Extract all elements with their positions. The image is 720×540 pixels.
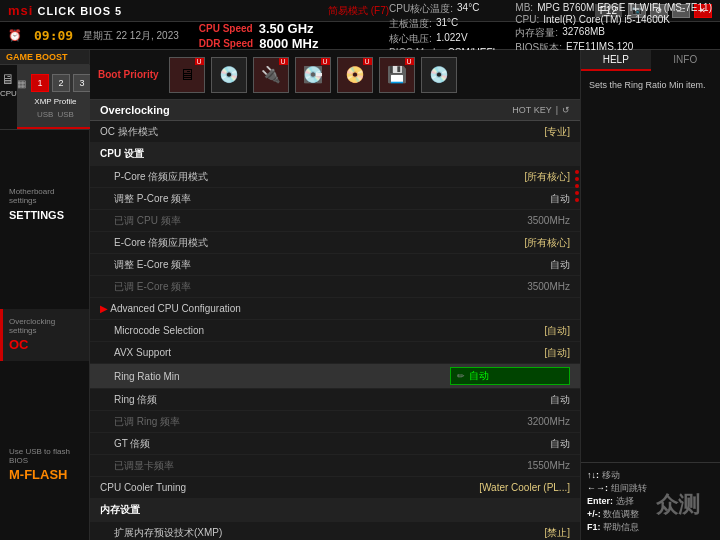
- boot-item-4[interactable]: 📀 U: [337, 57, 373, 93]
- oc-label-0: OC 操作模式: [100, 125, 450, 139]
- boot-item-6[interactable]: 💿: [421, 57, 457, 93]
- oc-value-13: 3200MHz: [450, 416, 570, 427]
- dot-2: [575, 177, 579, 181]
- oc-main-label: OC: [9, 337, 29, 352]
- oc-label-16: CPU Cooler Tuning: [100, 482, 450, 493]
- oc-row-18[interactable]: 扩展内存预设技术(XMP) [禁止]: [90, 522, 580, 540]
- oc-row-14[interactable]: GT 倍频 自动: [90, 433, 580, 455]
- oc-label-5: E-Core 倍频应用模式: [100, 236, 450, 250]
- mb-row: MB: MPG B760M EDGE TI WIFI (MS-7E11): [515, 2, 712, 13]
- boot-icon-0: 🖥: [179, 66, 195, 84]
- date-display: 星期五 22 12月, 2023: [83, 29, 179, 43]
- settings-sub-label: Motherboard settings: [9, 187, 83, 205]
- xmp-num-2[interactable]: 2: [52, 74, 70, 92]
- oc-row-15: 已调显卡频率 1550MHz: [90, 455, 580, 477]
- oc-row-8[interactable]: Advanced CPU Configuration: [90, 298, 580, 320]
- boot-badge-4: U: [363, 58, 372, 65]
- sidebar-tab-cpu[interactable]: 🖥 CPU: [0, 65, 17, 129]
- oc-label-6: 调整 E-Core 频率: [100, 258, 450, 272]
- xmp-num-3[interactable]: 3: [73, 74, 91, 92]
- oc-label-8: Advanced CPU Configuration: [100, 303, 570, 314]
- oc-row-5[interactable]: E-Core 倍频应用模式 [所有核心]: [90, 232, 580, 254]
- boot-badge-5: U: [405, 58, 414, 65]
- boot-priority-label: Boot Priority: [98, 69, 159, 80]
- oc-value-5: [所有核心]: [450, 236, 570, 250]
- watermark: 众测: [656, 490, 700, 520]
- boot-badge-3: U: [321, 58, 330, 65]
- cpu-speed-label: CPU Speed: [199, 23, 253, 34]
- sidebar-nav-mflash[interactable]: Use USB to flash BIOS M-FLASH: [0, 439, 89, 491]
- xmp-tab-label: XMP Profile: [34, 97, 76, 106]
- boot-item-5[interactable]: 💾 U: [379, 57, 415, 93]
- clock-icon: ⏰: [8, 29, 22, 42]
- oc-label-ring-ratio: Ring Ratio Min: [100, 371, 450, 382]
- oc-panel[interactable]: Overclocking HOT KEY | ↺ OC 操作模式 [专业] CP…: [90, 100, 580, 540]
- oc-value-2: [所有核心]: [450, 170, 570, 184]
- oc-row-13: 已调 Ring 频率 3200MHz: [90, 411, 580, 433]
- oc-value-ring-ratio[interactable]: ✏ 自动: [450, 367, 570, 385]
- oc-row-0[interactable]: OC 操作模式 [专业]: [90, 121, 580, 143]
- boot-badge-2: U: [279, 58, 288, 65]
- oc-section-mem: 内存设置: [90, 499, 580, 522]
- oc-label-12: Ring 倍频: [100, 393, 450, 407]
- oc-row-6[interactable]: 调整 E-Core 频率 自动: [90, 254, 580, 276]
- oc-value-6: 自动: [450, 258, 570, 272]
- right-panel-tabs: HELP INFO: [581, 50, 720, 71]
- boot-icon-6: 💿: [429, 65, 449, 84]
- oc-section-cpu: CPU 设置: [90, 143, 580, 166]
- xmp-num-1[interactable]: 1: [31, 74, 49, 92]
- oc-row-2[interactable]: P-Core 倍频应用模式 [所有核心]: [90, 166, 580, 188]
- dot-5: [575, 198, 579, 202]
- oc-value-12: 自动: [450, 393, 570, 407]
- oc-section-cpu-label: CPU 设置: [100, 147, 570, 161]
- ddr-speed-value: 8000 MHz: [259, 36, 318, 51]
- sidebar-nav-settings[interactable]: Motherboard settings SETTINGS: [0, 179, 89, 231]
- tab-help[interactable]: HELP: [581, 50, 651, 71]
- oc-section-mem-label: 内存设置: [100, 503, 570, 517]
- boot-item-1[interactable]: 💿: [211, 57, 247, 93]
- oc-label-7: 已调 E-Core 频率: [100, 280, 450, 294]
- tab-info[interactable]: INFO: [651, 50, 721, 71]
- oc-row-16[interactable]: CPU Cooler Tuning [Water Cooler (PL...]: [90, 477, 580, 499]
- time-display: 09:09: [34, 28, 73, 43]
- oc-sub-label: Overclocking settings: [9, 317, 83, 335]
- oc-label-15: 已调显卡频率: [100, 459, 450, 473]
- boot-item-0[interactable]: 🖥 U: [169, 57, 205, 93]
- oc-value-4: 3500MHz: [450, 215, 570, 226]
- oc-row-12[interactable]: Ring 倍频 自动: [90, 389, 580, 411]
- edit-pencil-icon: ✏: [457, 371, 465, 381]
- watermark-text: 众测: [656, 490, 700, 520]
- cpu-tab-label: CPU: [0, 89, 17, 98]
- cpu-row: CPU: Intel(R) Core(TM) i5-14600K: [515, 14, 712, 25]
- settings-main-label: SETTINGS: [9, 209, 64, 221]
- ddr-speed-label: DDR Speed: [199, 38, 253, 49]
- oc-label-3: 调整 P-Core 频率: [100, 192, 450, 206]
- dot-4: [575, 191, 579, 195]
- oc-value-14: 自动: [450, 437, 570, 451]
- oc-row-9[interactable]: Microcode Selection [自动]: [90, 320, 580, 342]
- sidebar-nav-oc[interactable]: Overclocking settings OC: [0, 309, 89, 361]
- xmp-icon: ▦: [17, 78, 26, 89]
- oc-row-4: 已调 CPU 频率 3500MHz: [90, 210, 580, 232]
- main-area: GAME BOOST 🖥 CPU ▦ 1 2 3 XMP Profile U: [0, 50, 720, 540]
- oc-value-9: [自动]: [450, 324, 570, 338]
- usb-icons: USB USB: [35, 108, 76, 121]
- boot-item-3[interactable]: 💽 U: [295, 57, 331, 93]
- sidebar-tab-xmp[interactable]: ▦ 1 2 3 XMP Profile USB USB: [17, 65, 94, 129]
- oc-row-7: 已调 E-Core 频率 3500MHz: [90, 276, 580, 298]
- boot-item-2[interactable]: 🔌 U: [253, 57, 289, 93]
- oc-label-18: 扩展内存预设技术(XMP): [100, 526, 450, 540]
- mode-label[interactable]: 简易模式 (F7): [328, 4, 389, 18]
- boot-icon-2: 🔌: [261, 65, 281, 84]
- oc-row-ring-ratio-min[interactable]: Ring Ratio Min ✏ 自动: [90, 364, 580, 389]
- time-bar: ⏰ 09:09 星期五 22 12月, 2023 CPU Speed 3.50 …: [0, 22, 720, 50]
- oc-row-3[interactable]: 调整 P-Core 频率 自动: [90, 188, 580, 210]
- oc-title: Overclocking: [100, 104, 170, 116]
- vcore-row: 核心电压: 1.022V: [389, 32, 495, 46]
- hint-move: ↑↓: 移动: [587, 469, 714, 482]
- boot-icon-3: 💽: [303, 65, 323, 84]
- help-text: Sets the Ring Ratio Min item.: [589, 79, 712, 93]
- oc-row-10[interactable]: AVX Support [自动]: [90, 342, 580, 364]
- middle-content: Boot Priority 🖥 U 💿 🔌 U 💽 U 📀 U 💾: [90, 50, 580, 540]
- boot-icon-5: 💾: [387, 65, 407, 84]
